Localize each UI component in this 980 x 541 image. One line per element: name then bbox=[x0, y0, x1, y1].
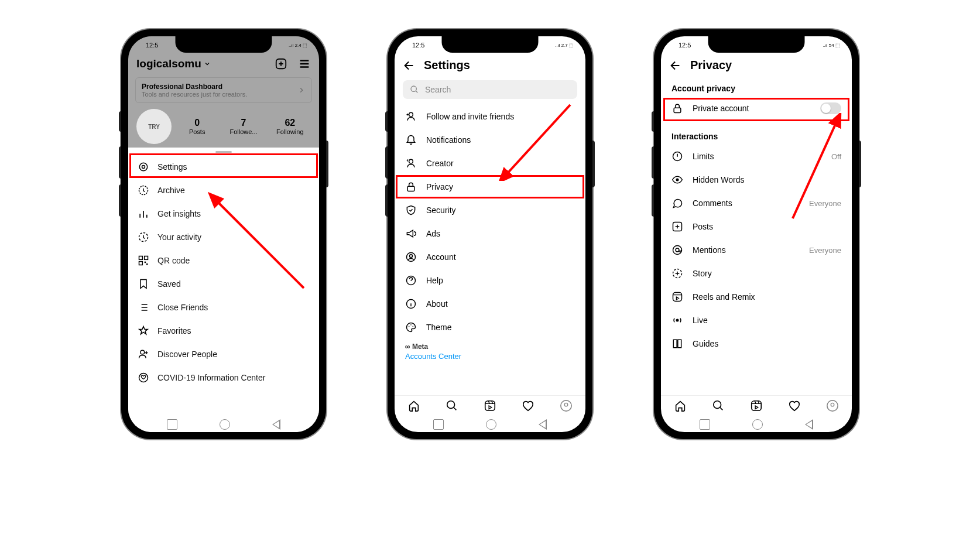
eye-icon bbox=[671, 174, 683, 186]
back-arrow-icon[interactable] bbox=[403, 59, 416, 72]
help-icon bbox=[405, 275, 417, 286]
privacy-guides[interactable]: Guides bbox=[661, 332, 852, 355]
svg-point-37 bbox=[676, 319, 679, 322]
megaphone-icon bbox=[405, 228, 417, 239]
privacy-limits[interactable]: Limits Off bbox=[661, 145, 852, 168]
settings-follow-invite[interactable]: Follow and invite friends bbox=[395, 105, 585, 128]
heart-icon bbox=[138, 372, 149, 384]
status-time: 12:5 bbox=[673, 42, 691, 49]
nav-home-icon[interactable] bbox=[674, 399, 687, 412]
professional-dashboard-card[interactable]: Professional Dashboard Tools and resourc… bbox=[135, 77, 312, 103]
chevron-down-icon bbox=[204, 60, 211, 67]
android-nav-bar bbox=[128, 416, 319, 432]
menu-qr[interactable]: QR code bbox=[128, 249, 319, 272]
settings-creator[interactable]: Creator bbox=[395, 152, 585, 175]
android-home-button[interactable] bbox=[220, 419, 230, 430]
settings-security[interactable]: Security bbox=[395, 198, 585, 222]
nav-activity-icon[interactable] bbox=[522, 399, 534, 412]
status-time: 12:5 bbox=[406, 42, 424, 49]
svg-point-42 bbox=[831, 403, 835, 406]
phone-frame-3: 12:5 ..ıl 54 ⬚ Privacy Account privacy P… bbox=[654, 29, 859, 439]
svg-rect-26 bbox=[485, 401, 495, 411]
nav-reels-icon[interactable] bbox=[750, 399, 763, 412]
svg-point-13 bbox=[411, 86, 416, 91]
back-arrow-icon[interactable] bbox=[669, 59, 682, 72]
svg-point-14 bbox=[409, 112, 413, 117]
privacy-hidden-words[interactable]: Hidden Words bbox=[661, 168, 852, 191]
android-recent-button[interactable] bbox=[700, 419, 710, 430]
menu-covid[interactable]: COVID-19 Information Center bbox=[128, 366, 319, 389]
privacy-live[interactable]: Live bbox=[661, 309, 852, 332]
shield-icon bbox=[405, 204, 417, 216]
settings-help[interactable]: Help bbox=[395, 269, 585, 292]
search-placeholder: Search bbox=[425, 85, 451, 94]
android-recent-button[interactable] bbox=[433, 419, 444, 430]
menu-saved[interactable]: Saved bbox=[128, 272, 319, 296]
stat-followers[interactable]: 7 Followe... bbox=[222, 118, 264, 135]
nav-search-icon[interactable] bbox=[446, 399, 458, 412]
page-title: Settings bbox=[424, 59, 470, 72]
nav-home-icon[interactable] bbox=[407, 399, 420, 412]
svg-point-28 bbox=[565, 403, 568, 406]
menu-favorites[interactable]: Favorites bbox=[128, 319, 319, 343]
nav-profile-icon[interactable] bbox=[560, 399, 573, 412]
private-account-toggle[interactable] bbox=[820, 102, 841, 114]
search-box[interactable]: Search bbox=[403, 80, 577, 99]
activity-icon bbox=[138, 231, 149, 243]
android-back-button[interactable] bbox=[539, 419, 547, 430]
stat-posts[interactable]: 0 Posts bbox=[176, 118, 218, 135]
android-back-button[interactable] bbox=[805, 419, 813, 430]
qr-icon bbox=[138, 255, 149, 266]
profile-avatar[interactable]: TRY bbox=[136, 109, 172, 144]
privacy-comments[interactable]: Comments Everyone bbox=[661, 191, 852, 215]
menu-archive[interactable]: Archive bbox=[128, 179, 319, 202]
settings-theme[interactable]: Theme bbox=[395, 316, 585, 339]
limits-value: Off bbox=[831, 152, 841, 161]
at-icon bbox=[671, 244, 683, 256]
svg-rect-7 bbox=[139, 262, 143, 265]
meta-brand: ∞ Meta bbox=[405, 343, 575, 351]
settings-notifications[interactable]: Notifications bbox=[395, 128, 585, 152]
menu-discover[interactable]: Discover People bbox=[128, 343, 319, 366]
svg-point-21 bbox=[409, 326, 410, 327]
android-back-button[interactable] bbox=[272, 419, 280, 430]
sheet-handle[interactable] bbox=[215, 151, 232, 153]
stat-following[interactable]: 62 Following bbox=[269, 118, 311, 135]
menu-close-friends[interactable]: Close Friends bbox=[128, 296, 319, 319]
highlight-settings bbox=[129, 153, 318, 178]
guides-icon bbox=[671, 338, 683, 350]
mentions-value: Everyone bbox=[809, 246, 841, 255]
android-recent-button[interactable] bbox=[167, 419, 177, 430]
svg-point-23 bbox=[413, 326, 414, 327]
privacy-posts[interactable]: Posts bbox=[661, 215, 852, 238]
hamburger-menu-icon[interactable] bbox=[298, 57, 311, 70]
section-account-privacy: Account privacy bbox=[661, 78, 852, 97]
nav-reels-icon[interactable] bbox=[484, 399, 496, 412]
nav-profile-icon[interactable] bbox=[826, 399, 839, 412]
profile-username[interactable]: logicalsomu bbox=[136, 57, 211, 70]
settings-ads[interactable]: Ads bbox=[395, 222, 585, 245]
menu-insights[interactable]: Get insights bbox=[128, 202, 319, 225]
svg-point-22 bbox=[410, 324, 412, 326]
accounts-center-link[interactable]: Accounts Center bbox=[405, 352, 575, 361]
svg-rect-6 bbox=[145, 256, 148, 260]
android-home-button[interactable] bbox=[752, 419, 763, 430]
nav-search-icon[interactable] bbox=[712, 399, 725, 412]
android-home-button[interactable] bbox=[486, 419, 496, 430]
android-nav-bar bbox=[661, 416, 852, 432]
star-icon bbox=[138, 325, 149, 337]
privacy-story[interactable]: Story bbox=[661, 262, 852, 285]
privacy-mentions[interactable]: Mentions Everyone bbox=[661, 238, 852, 262]
privacy-reels[interactable]: Reels and Remix bbox=[661, 285, 852, 309]
create-post-icon[interactable] bbox=[275, 57, 287, 70]
live-icon bbox=[671, 314, 683, 326]
svg-point-33 bbox=[673, 246, 682, 255]
bell-icon bbox=[405, 134, 417, 146]
story-icon bbox=[671, 268, 683, 279]
nav-activity-icon[interactable] bbox=[788, 399, 801, 412]
menu-activity[interactable]: Your activity bbox=[128, 225, 319, 249]
settings-account[interactable]: Account bbox=[395, 245, 585, 269]
settings-about[interactable]: About bbox=[395, 292, 585, 316]
svg-rect-40 bbox=[752, 401, 762, 411]
bookmark-icon bbox=[138, 278, 149, 290]
